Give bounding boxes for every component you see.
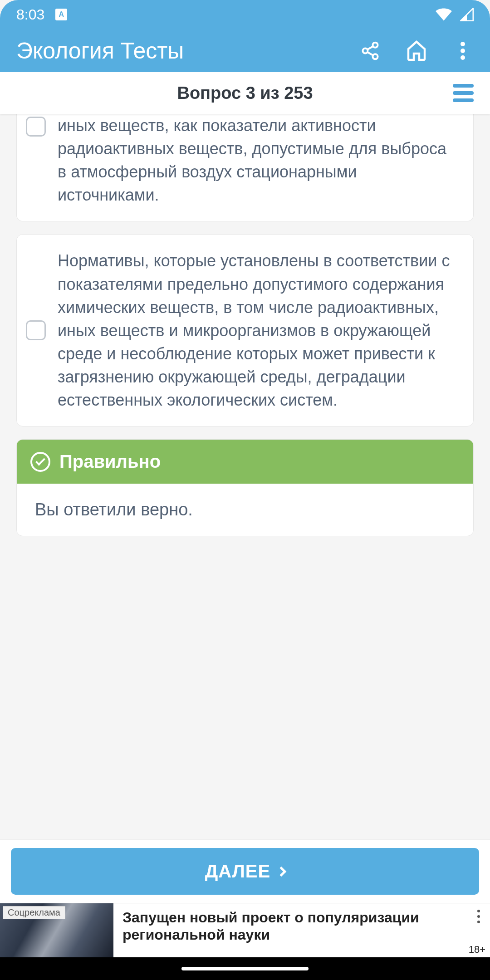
more-vert-icon	[461, 41, 465, 61]
result-body-text: Вы ответили верно.	[35, 500, 455, 519]
svg-line-3	[368, 46, 373, 49]
checkbox-unchecked[interactable]	[26, 117, 46, 137]
answer-option[interactable]: Нормативы, которые установлены в соответ…	[16, 234, 474, 426]
signal-icon	[460, 8, 474, 21]
answer-option[interactable]: иных веществ, как показатели активности …	[16, 114, 474, 221]
next-bar: ДАЛЕЕ	[0, 839, 490, 903]
question-list-button[interactable]	[453, 84, 474, 102]
svg-line-4	[368, 52, 373, 55]
svg-point-6	[461, 49, 465, 53]
overflow-menu-button[interactable]	[452, 40, 474, 62]
svg-point-1	[363, 48, 368, 53]
chevron-right-icon	[276, 866, 287, 877]
result-title: Правильно	[59, 451, 161, 472]
nav-handle[interactable]	[181, 967, 309, 970]
app-title: Экология Тесты	[16, 38, 184, 64]
ad-banner[interactable]: Соцреклама Запущен новый проект о популя…	[0, 903, 490, 957]
sub-header: Вопрос 3 из 253	[0, 72, 490, 114]
next-button-label: ДАЛЕЕ	[205, 861, 270, 882]
check-circle-icon	[30, 452, 50, 472]
share-button[interactable]	[359, 40, 381, 62]
navigation-bar	[0, 957, 490, 980]
app-bar: Экология Тесты	[0, 29, 490, 72]
ad-text: Запущен новый проект о популяризации рег…	[113, 903, 467, 957]
svg-point-0	[373, 42, 378, 47]
result-card: Правильно Вы ответили верно.	[16, 439, 474, 536]
status-bar: 8:03 A	[0, 0, 490, 29]
next-button[interactable]: ДАЛЕЕ	[11, 848, 479, 895]
svg-point-2	[373, 54, 378, 59]
wifi-icon	[436, 8, 452, 21]
status-time: 8:03	[16, 6, 44, 23]
ad-image: Соцреклама	[0, 903, 113, 957]
content-area: иных веществ, как показатели активности …	[0, 114, 490, 839]
answer-text: иных веществ, как показатели активности …	[58, 114, 460, 206]
home-icon	[406, 40, 427, 62]
checkbox-unchecked[interactable]	[26, 320, 46, 340]
svg-point-7	[461, 55, 465, 60]
hamburger-icon	[453, 84, 474, 88]
svg-point-5	[461, 42, 465, 46]
ad-age-rating: 18+	[469, 944, 485, 956]
answer-text: Нормативы, которые установлены в соответ…	[58, 249, 460, 412]
ad-label: Соцреклама	[3, 906, 65, 919]
question-counter: Вопрос 3 из 253	[177, 83, 313, 103]
result-header: Правильно	[17, 440, 473, 484]
share-icon	[360, 41, 380, 61]
keyboard-indicator-icon: A	[55, 9, 67, 20]
home-button[interactable]	[406, 40, 427, 62]
